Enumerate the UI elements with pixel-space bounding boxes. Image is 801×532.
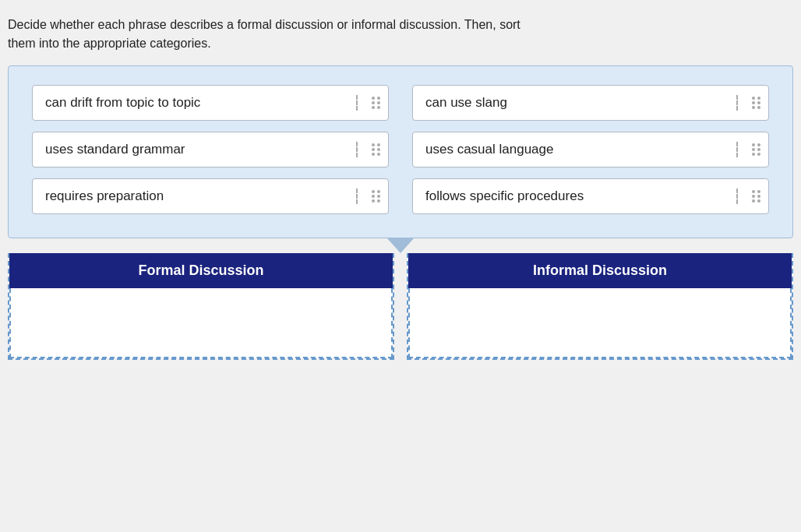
card-procedures-divider xyxy=(736,188,738,204)
instructions: Decide whether each phrase describes a f… xyxy=(8,16,793,53)
card-procedures[interactable]: follows specific procedures xyxy=(412,178,769,214)
arrow-connector xyxy=(8,238,793,253)
card-slang-divider xyxy=(736,95,738,111)
card-grammar[interactable]: uses standard grammar xyxy=(32,132,389,167)
drag-handle-grammar xyxy=(372,143,380,156)
instruction-line1: Decide whether each phrase describes a f… xyxy=(8,18,520,31)
card-casual-divider xyxy=(736,142,738,157)
formal-header: Formal Discussion xyxy=(9,253,393,288)
card-slang-text: can use slang xyxy=(425,95,730,111)
informal-drop-zone[interactable]: Informal Discussion xyxy=(407,253,793,360)
formal-drop-zone[interactable]: Formal Discussion xyxy=(8,253,394,360)
card-prep-divider xyxy=(356,188,358,204)
informal-header: Informal Discussion xyxy=(408,253,792,288)
card-slang[interactable]: can use slang xyxy=(412,85,769,121)
formal-drop-body[interactable] xyxy=(9,288,393,358)
card-prep-text: requires preparation xyxy=(45,188,350,204)
formal-header-label: Formal Discussion xyxy=(138,262,263,278)
card-drift[interactable]: can drift from topic to topic xyxy=(32,85,389,121)
drop-zones: Formal Discussion Informal Discussion xyxy=(8,253,793,360)
card-grammar-divider xyxy=(356,142,358,157)
drag-handle-casual xyxy=(752,143,760,156)
card-casual[interactable]: uses casual language xyxy=(412,132,769,167)
drag-handle-drift xyxy=(372,97,380,109)
card-drift-divider xyxy=(356,95,358,111)
drag-handle-procedures xyxy=(752,190,760,203)
instruction-line2: them into the appropriate categories. xyxy=(8,37,211,50)
card-prep[interactable]: requires preparation xyxy=(32,178,389,214)
informal-header-label: Informal Discussion xyxy=(533,262,667,278)
cards-grid: can drift from topic to topic can use sl… xyxy=(32,85,769,214)
arrow-down-icon xyxy=(386,238,415,253)
card-procedures-text: follows specific procedures xyxy=(425,188,730,204)
drag-handle-prep xyxy=(372,190,380,203)
drag-handle-slang xyxy=(752,97,760,109)
card-grammar-text: uses standard grammar xyxy=(45,142,350,157)
card-casual-text: uses casual language xyxy=(425,142,730,157)
card-drift-text: can drift from topic to topic xyxy=(45,95,350,111)
source-container: can drift from topic to topic can use sl… xyxy=(8,65,793,238)
informal-drop-body[interactable] xyxy=(408,288,792,358)
